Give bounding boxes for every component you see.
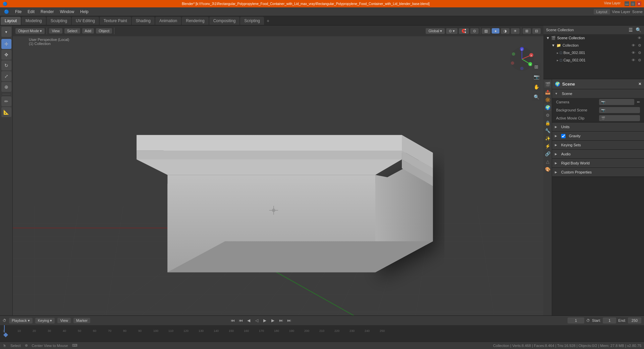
mode-selector[interactable]: ▼ <box>1 27 11 37</box>
pivot-selector[interactable]: ⊙ ▾ <box>446 28 458 34</box>
tool-measure[interactable]: 📐 <box>1 107 11 117</box>
pan-view-icon[interactable]: ✋ <box>532 83 541 91</box>
overlay-toggle[interactable]: ⊞ <box>523 28 531 34</box>
modifier-props-icon[interactable]: 🔧 <box>544 127 551 134</box>
tab-texture-paint[interactable]: Texture Paint <box>100 17 131 25</box>
rendered-mode[interactable]: ◑ <box>501 28 509 34</box>
outliner-collection[interactable]: ▼ 📁 Collection 👁 ⚙ <box>549 42 644 49</box>
scene-section-header[interactable]: ▼ Scene <box>552 89 644 98</box>
playback-menu[interactable]: Playback ▾ <box>9 318 33 323</box>
tool-move[interactable]: ✥ <box>1 50 11 60</box>
view-menu-tl[interactable]: View <box>57 318 71 323</box>
add-menu[interactable]: Add <box>82 28 94 34</box>
scene-props-icon[interactable]: 🌍 <box>544 104 551 111</box>
end-frame-input[interactable] <box>628 317 641 323</box>
select-menu[interactable]: Select <box>64 28 80 34</box>
tab-uv-editing[interactable]: UV Editing <box>72 17 99 25</box>
outliner-box[interactable]: ▸ □ Box_002.001 👁 ⚙ <box>554 49 644 56</box>
menu-file[interactable]: File <box>12 9 24 15</box>
active-movie-clip-value[interactable]: 🎬 <box>599 115 640 121</box>
maximize-button[interactable]: □ <box>631 1 635 6</box>
collection-visibility-icon[interactable]: 👁 <box>632 43 635 47</box>
proportional-edit[interactable]: ⊙ <box>470 28 479 34</box>
minimize-button[interactable]: — <box>625 1 629 6</box>
marker-menu[interactable]: Marker <box>73 318 90 323</box>
tool-cursor[interactable]: ✛ <box>1 39 11 49</box>
jump-end-button[interactable]: ⏭ <box>286 317 292 324</box>
tab-scripting[interactable]: Scripting <box>240 17 264 25</box>
tab-animation[interactable]: Animation <box>155 17 181 25</box>
global-transform[interactable]: Global ▾ <box>426 28 445 34</box>
object-props-icon[interactable]: 🔒 <box>544 119 551 127</box>
tool-scale[interactable]: ⤢ <box>1 71 11 81</box>
prev-frame-button[interactable]: ◀ <box>246 317 252 324</box>
output-props-icon[interactable]: 📤 <box>544 88 551 96</box>
menu-render[interactable]: Render <box>38 9 56 15</box>
material-props-icon[interactable]: 🎨 <box>544 165 551 173</box>
next-keyframe-button[interactable]: ⏭ <box>278 317 284 324</box>
rigid-body-header[interactable]: ▶ Rigid Body World <box>552 159 644 167</box>
tab-compositing[interactable]: Compositing <box>209 17 240 25</box>
menu-blender[interactable]: 🔵 <box>1 9 12 15</box>
outliner-filter-icon[interactable]: ☰ <box>629 27 633 33</box>
wireframe-mode[interactable]: ▨ <box>482 28 490 34</box>
object-data-props-icon[interactable]: △ <box>544 158 551 165</box>
tab-layout[interactable]: Layout <box>1 17 21 25</box>
constraints-props-icon[interactable]: 🔗 <box>544 150 551 157</box>
eevee-mode[interactable]: ☀ <box>511 28 520 34</box>
cap-visibility-icon[interactable]: 👁 <box>632 58 635 62</box>
next-frame-button[interactable]: ▶ <box>270 317 276 324</box>
menu-edit[interactable]: Edit <box>25 9 37 15</box>
physics-props-icon[interactable]: ⚡ <box>544 142 551 150</box>
snap-toggle[interactable]: 🧲 <box>459 28 469 34</box>
play-button[interactable]: ▶ <box>262 317 268 324</box>
world-props-icon[interactable]: ⚙ <box>544 111 551 119</box>
camera-view-icon[interactable]: 📷 <box>532 72 541 81</box>
audio-header[interactable]: ▶ Audio <box>552 150 644 158</box>
background-scene-value[interactable]: 📷 <box>599 107 640 113</box>
tool-annotate[interactable]: ✏ <box>1 96 11 106</box>
menu-help[interactable]: Help <box>77 9 91 15</box>
view-layer-props-icon[interactable]: 🔆 <box>544 96 551 103</box>
current-frame-input[interactable]: 1 <box>568 317 584 323</box>
start-frame-input[interactable] <box>603 317 616 323</box>
gravity-header[interactable]: ▶ Gravity <box>552 132 644 140</box>
zoom-view-icon[interactable]: ⊞ <box>532 62 541 71</box>
outliner-scene-collection[interactable]: ▼ 🎬 Scene Collection 👁 <box>543 34 644 42</box>
particles-props-icon[interactable]: ✨ <box>544 135 551 142</box>
object-mode-selector[interactable]: Object Mode ▾ <box>15 28 45 34</box>
object-menu[interactable]: Object <box>96 28 112 34</box>
box-visibility-icon[interactable]: 👁 <box>632 51 635 55</box>
tab-shading[interactable]: Shading <box>132 17 155 25</box>
tab-rendering[interactable]: Rendering <box>182 17 208 25</box>
viewport-gizmo[interactable]: X Y Z <box>508 46 535 72</box>
timeline-ruler[interactable]: // Will be populated by JS 1 10 20 30 40… <box>0 325 644 333</box>
camera-edit-icon[interactable]: ✏ <box>637 100 640 104</box>
zoom-icon[interactable]: 🔍 <box>532 93 541 101</box>
add-workspace-button[interactable]: + <box>265 18 271 23</box>
units-header[interactable]: ▶ Units <box>552 122 644 131</box>
play-reverse-button[interactable]: ◁ <box>254 317 260 324</box>
scene-expand-icon[interactable]: ✕ <box>638 82 641 86</box>
camera-value[interactable]: 📷 <box>599 99 634 105</box>
tool-transform[interactable]: ⊕ <box>1 82 11 92</box>
viewport[interactable]: Object Mode ▾ View Select Add Object Glo… <box>13 26 543 315</box>
tool-rotate[interactable]: ↻ <box>1 60 11 70</box>
keying-sets-header[interactable]: ▶ Keying Sets <box>552 141 644 149</box>
keying-menu[interactable]: Keying ▾ <box>35 318 55 323</box>
gravity-checkbox[interactable] <box>561 134 566 138</box>
menu-window[interactable]: Window <box>57 9 77 15</box>
render-props-icon[interactable]: 🎬 <box>544 81 551 88</box>
custom-props-header[interactable]: ▶ Custom Properties <box>552 168 644 177</box>
tab-sculpting[interactable]: Sculpting <box>47 17 71 25</box>
view-menu[interactable]: View <box>49 28 62 34</box>
solid-mode[interactable]: ● <box>492 28 499 34</box>
prev-keyframe-button[interactable]: ⏮ <box>237 317 244 324</box>
outliner-cap[interactable]: ▸ □ Cap_002.001 👁 ⚙ <box>554 56 644 64</box>
close-button[interactable]: ✕ <box>637 1 641 6</box>
visibility-icon[interactable]: 👁 <box>638 36 641 40</box>
keyframe-area[interactable] <box>0 333 644 337</box>
outliner-search-icon[interactable]: 🔍 <box>636 27 641 33</box>
tab-modeling[interactable]: Modeling <box>21 17 46 25</box>
xray-toggle[interactable]: ⊟ <box>532 28 541 34</box>
